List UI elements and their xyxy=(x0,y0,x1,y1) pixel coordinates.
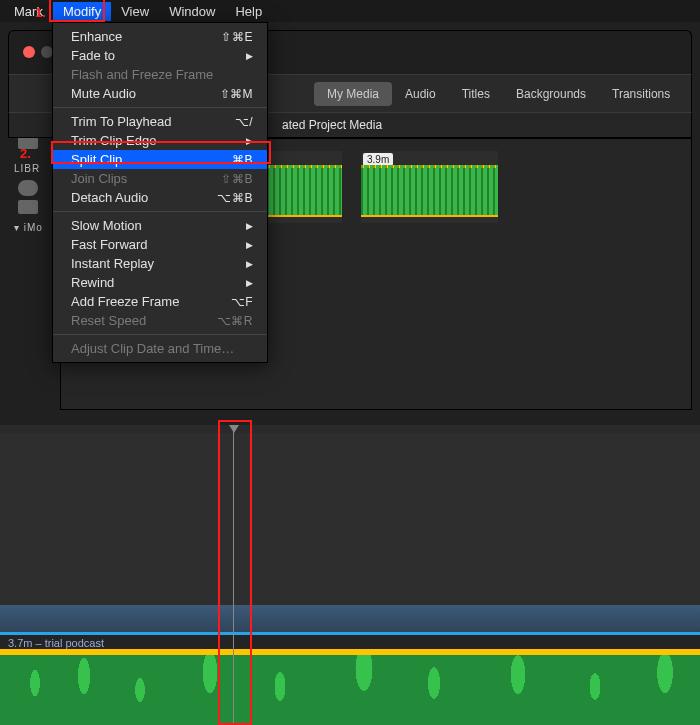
annotation-step2: 2. xyxy=(20,146,31,161)
menuitem-flash-and-freeze-frame: Flash and Freeze Frame xyxy=(53,65,267,84)
menuitem-rewind[interactable]: Rewind▶ xyxy=(53,273,267,292)
menuitem-slow-motion[interactable]: Slow Motion▶ xyxy=(53,216,267,235)
menuitem-split-clip[interactable]: Split Clip⌘B xyxy=(53,150,267,169)
video-track[interactable] xyxy=(0,433,700,605)
sidebar-libraries-label: LIBR xyxy=(14,163,56,174)
menu-window[interactable]: Window xyxy=(159,2,225,21)
media-clip[interactable]: 3.9m xyxy=(361,151,498,223)
media-header-label: ated Project Media xyxy=(282,118,382,132)
sidebar-imovie-label[interactable]: ▾ iMo xyxy=(14,222,56,233)
tab-my-media[interactable]: My Media xyxy=(314,82,392,106)
menuitem-fast-forward[interactable]: Fast Forward▶ xyxy=(53,235,267,254)
close-window-icon[interactable] xyxy=(23,46,35,58)
media-tabs: My MediaAudioTitlesBackgroundsTransition… xyxy=(314,82,683,106)
tab-titles[interactable]: Titles xyxy=(449,82,503,106)
audio-track[interactable]: 3.7m – trial podcast xyxy=(0,635,700,725)
modify-menu: Enhance⇧⌘EFade to▶Flash and Freeze Frame… xyxy=(52,22,268,363)
menuitem-detach-audio[interactable]: Detach Audio⌥⌘B xyxy=(53,188,267,207)
menu-view[interactable]: View xyxy=(111,2,159,21)
audio-clip-label: 3.7m – trial podcast xyxy=(8,637,104,649)
video-clip-track[interactable] xyxy=(0,605,700,635)
sidebar: PROJ LIBR ▾ iMo xyxy=(8,112,56,412)
menuitem-instant-replay[interactable]: Instant Replay▶ xyxy=(53,254,267,273)
timeline[interactable]: 3.7m – trial podcast xyxy=(0,425,700,725)
annotation-step1: 1. xyxy=(35,5,46,20)
library-icon[interactable] xyxy=(18,200,38,214)
playhead[interactable] xyxy=(233,425,234,725)
menuitem-join-clips: Join Clips⇧⌘B xyxy=(53,169,267,188)
menuitem-trim-clip-edge[interactable]: Trim Clip Edge▶ xyxy=(53,131,267,150)
menubar: MarkModifyViewWindowHelp xyxy=(0,0,700,22)
menu-modify[interactable]: Modify xyxy=(53,2,111,21)
gear-icon[interactable] xyxy=(18,180,38,196)
menuitem-enhance[interactable]: Enhance⇧⌘E xyxy=(53,27,267,46)
menuitem-add-freeze-frame[interactable]: Add Freeze Frame⌥F xyxy=(53,292,267,311)
menuitem-mute-audio[interactable]: Mute Audio⇧⌘M xyxy=(53,84,267,103)
menuitem-reset-speed: Reset Speed⌥⌘R xyxy=(53,311,267,330)
menuitem-trim-to-playhead[interactable]: Trim To Playhead⌥/ xyxy=(53,112,267,131)
menuitem-fade-to[interactable]: Fade to▶ xyxy=(53,46,267,65)
timeline-ruler[interactable] xyxy=(0,425,700,433)
tab-transitions[interactable]: Transitions xyxy=(599,82,683,106)
tab-backgrounds[interactable]: Backgrounds xyxy=(503,82,599,106)
menu-help[interactable]: Help xyxy=(225,2,272,21)
menuitem-adjust-clip-date-and-time-: Adjust Clip Date and Time… xyxy=(53,339,267,358)
tab-audio[interactable]: Audio xyxy=(392,82,449,106)
